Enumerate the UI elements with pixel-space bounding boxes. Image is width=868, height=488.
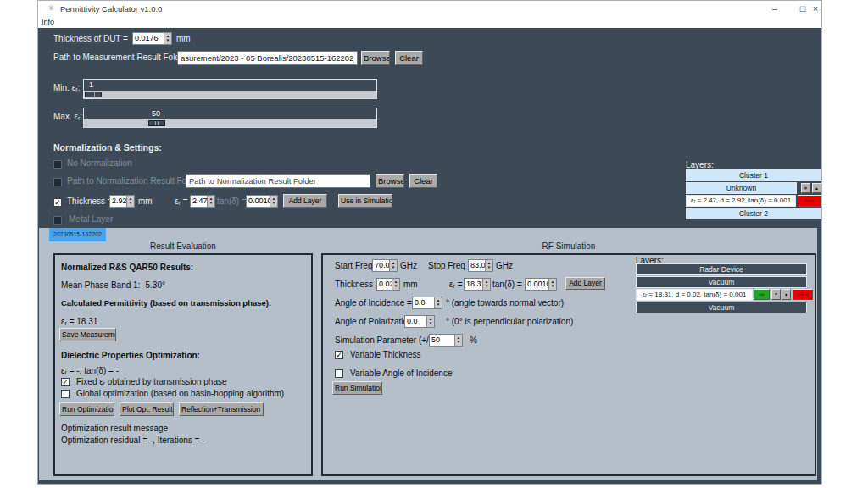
layer-cluster1[interactable]: Cluster 1 [686,169,821,181]
angle-incidence-value[interactable]: 0.0 [413,297,434,308]
normalization-add-layer-button[interactable]: Add Layer [283,194,327,208]
optimization-mode-label: Reflection+Transmission [181,405,260,413]
run-simulation-button[interactable]: Run Simulation [332,381,382,395]
stop-freq-spinbox[interactable]: 83.0 [468,259,493,272]
spin-arrows-icon[interactable] [270,196,277,207]
simulation-parameter-spinbox[interactable]: 50 [429,334,463,347]
layer-move-down-button[interactable]: ▼ [771,289,781,300]
rf-er-spinbox[interactable]: 18.31 [464,278,491,291]
normalization-thickness-value[interactable]: 2.92 [110,196,126,207]
normalization-er-value[interactable]: 2.47 [191,196,207,207]
run-optimization-button[interactable]: Run Optimization [59,402,114,416]
layer-vacuum-bottom[interactable]: Vacuum [636,302,807,313]
layer-move-down-button[interactable]: ▼ [801,183,810,193]
spin-arrows-icon[interactable] [207,196,214,207]
close-button[interactable]: × [808,3,823,16]
spin-arrows-icon[interactable] [426,316,434,327]
rf-thickness-spinbox[interactable]: 0.02 [376,278,400,291]
min-er-trough[interactable] [84,91,376,98]
normalization-thickness-spinbox[interactable]: 2.92 [109,195,135,208]
angle-incidence-spinbox[interactable]: 0.0 [412,297,442,309]
layer-row[interactable]: Cluster 1 [686,169,821,181]
measurement-path-label: Path to Measurement Result Folder: [53,53,190,62]
app-icon: ✳ [47,3,54,13]
no-normalization-checkbox[interactable] [53,160,62,169]
measurement-clear-button[interactable]: Clear [395,51,423,65]
layer-move-up-button[interactable]: ▲ [812,183,821,193]
menu-item-info[interactable]: Info [42,18,54,26]
layer-vacuum-top[interactable]: Vacuum [636,276,807,288]
rf-thickness-value[interactable]: 0.02 [377,279,392,290]
metal-layer-checkbox[interactable] [53,216,62,225]
layer-row[interactable]: εᵣ = 2.47, d = 2.92, tan(δ) = 0.001 Dele… [686,195,821,207]
rf-er-value[interactable]: 18.31 [465,279,482,290]
rf-tand-spinbox[interactable]: 0.0010 [525,278,557,291]
normalization-path-input[interactable] [186,174,370,188]
spin-arrows-icon[interactable] [392,279,399,290]
spin-arrows-icon[interactable] [454,335,462,346]
layer-cluster2[interactable]: Cluster 2 [686,208,821,219]
layer-row[interactable]: εᵣ = 18.31, d = 0.02, tan(δ) = 0.001 Edi… [636,289,807,301]
layer-delete-button[interactable]: Delete [798,195,821,207]
simulation-parameter-value[interactable]: 50 [430,335,454,346]
spin-arrows-icon[interactable] [126,196,134,207]
layer-row[interactable]: Cluster 2 [686,208,821,219]
max-er-trough[interactable] [84,119,376,127]
minimize-button[interactable]: – [767,3,782,16]
layer-row[interactable]: Unknown ▼ ▲ [686,182,821,194]
layer-dut-properties[interactable]: εᵣ = 18.31, d = 0.02, tan(δ) = 0.001 [636,289,753,301]
angle-polarization-value[interactable]: 0.0 [405,316,426,327]
layer-radar-device[interactable]: Radar Device [636,263,807,275]
layer-edit-button[interactable]: Edit [754,289,770,300]
layer-row[interactable]: Radar Device [636,263,807,275]
min-er-slider-handle[interactable] [85,92,102,97]
normalization-thickness-checkbox[interactable] [53,198,62,207]
angle-polarization-spinbox[interactable]: 0.0 [404,315,435,328]
layer-unknown[interactable]: Unknown [686,182,797,194]
use-in-simulation-button[interactable]: Use in Simulation [338,194,392,208]
measurement-browse-button[interactable]: Browse [361,51,390,65]
rf-add-layer-button[interactable]: Add Layer [565,277,605,290]
start-freq-unit: GHz [400,261,417,270]
dut-thickness-spinbox[interactable]: 0.0176 [132,32,172,45]
dut-thickness-value[interactable]: 0.0176 [133,33,164,44]
start-freq-value[interactable]: 70.0 [373,260,389,271]
variable-angle-checkbox[interactable] [335,369,343,378]
global-optimization-checkbox[interactable] [61,390,70,398]
normalization-path-label: Path to Normalization Result Folder: [67,176,203,186]
fixed-er-checkbox[interactable] [61,378,70,386]
measurement-path-input[interactable] [177,51,358,65]
spin-arrows-icon[interactable] [485,260,492,271]
min-er-slider[interactable]: 1 [83,79,377,99]
normalization-tand-spinbox[interactable]: 0.0010 [246,195,278,208]
normalization-browse-button[interactable]: Browse [376,174,404,188]
max-er-slider-handle[interactable] [148,120,165,126]
max-er-slider[interactable]: 50 [83,108,377,128]
start-freq-spinbox[interactable]: 70.0 [372,259,398,272]
spin-arrows-icon[interactable] [482,279,490,290]
spin-arrows-icon[interactable] [434,297,442,308]
layer-row[interactable]: Vacuum [636,276,807,288]
layer-delete-button[interactable]: Delete [793,289,813,300]
layer-properties[interactable]: εᵣ = 2.47, d = 2.92, tan(δ) = 0.001 [686,195,796,207]
plot-opt-result-button[interactable]: Plot Opt. Result [120,402,174,416]
normalization-tand-value[interactable]: 0.0010 [247,196,270,207]
layer-row[interactable]: Vacuum [636,302,807,313]
dropdown-indicator-icon: → [262,405,264,413]
spin-arrows-icon[interactable] [164,33,171,44]
spin-arrows-icon[interactable] [548,279,556,290]
stop-freq-value[interactable]: 83.0 [469,260,485,271]
optimization-mode-dropdown[interactable]: Reflection+Transmission → [179,402,264,416]
normalization-er-spinbox[interactable]: 2.47 [190,195,215,208]
tab-measurement[interactable]: 20230515-162202 [49,228,106,241]
save-measurement-button[interactable]: Save Measurement [59,328,116,341]
mean-phase-text: Mean Phase Band 1: -5.30° [61,280,165,290]
rf-tand-value[interactable]: 0.0010 [526,279,548,290]
optimization-heading: Dielectric Properties Optimization: [61,351,200,360]
normalization-clear-button[interactable]: Clear [409,174,437,188]
spin-arrows-icon[interactable] [389,260,397,271]
variable-thickness-checkbox[interactable] [335,351,343,359]
app-window: ✳ Permittivity Calculator v1.0.0 – □ × I… [37,0,822,485]
layer-move-up-button[interactable]: ▲ [782,289,791,300]
normalization-path-checkbox[interactable] [53,178,62,186]
